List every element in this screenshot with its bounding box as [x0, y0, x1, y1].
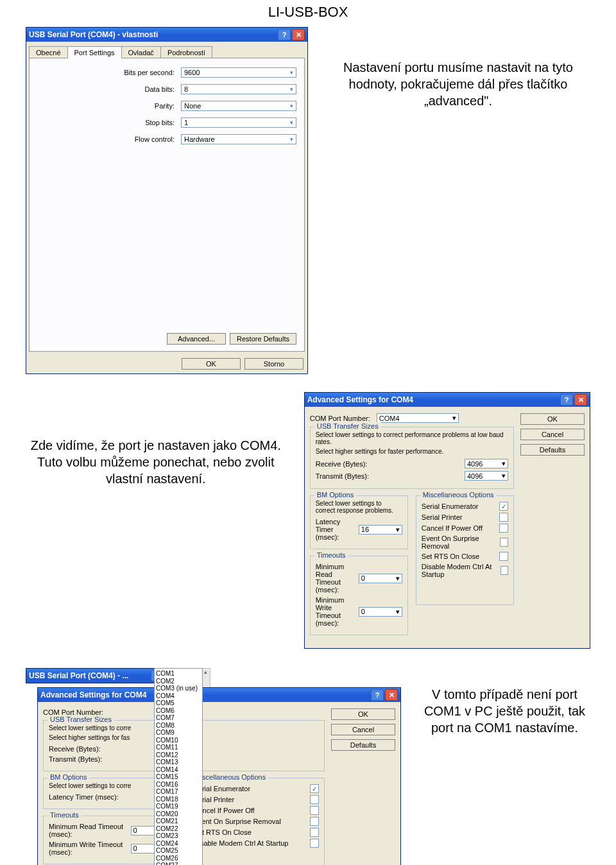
serial-enum-checkbox[interactable]: ✓ — [310, 784, 319, 793]
chevron-down-icon: ▾ — [502, 459, 506, 468]
parity-label: Parity: — [155, 102, 175, 110]
com-port-option[interactable]: COM27 — [156, 862, 201, 865]
disable-modem-checkbox[interactable] — [310, 839, 319, 848]
min-write-label: Minimum Write Timeout (msec): — [316, 596, 359, 627]
bits-per-second-select[interactable]: 9600▾ — [181, 67, 296, 78]
ok-button[interactable]: OK — [520, 413, 585, 425]
min-write-label: Minimum Write Timeout (msec): — [49, 841, 131, 856]
help-icon[interactable]: ? — [560, 394, 573, 406]
close-icon[interactable]: ✕ — [574, 394, 587, 406]
cancel-button[interactable]: Cancel — [520, 429, 585, 440]
event-surprise-label: Event On Surprise Removal — [422, 535, 500, 550]
restore-defaults-button[interactable]: Restore Defaults — [230, 333, 296, 345]
cancel-button[interactable]: Storno — [244, 358, 304, 370]
disable-modem-label: Disable Modem Ctrl At Startup — [194, 839, 289, 847]
com-port-option[interactable]: COM21 — [156, 818, 201, 825]
com-port-option[interactable]: COM14 — [156, 766, 201, 774]
data-bits-select[interactable]: 8▾ — [181, 84, 296, 94]
port-settings-dialog: USB Serial Port (COM4) - vlastnosti ? ✕ … — [26, 27, 308, 374]
close-icon[interactable]: ✕ — [292, 29, 305, 40]
cancel-poweroff-checkbox[interactable] — [310, 806, 319, 815]
usb-transfer-group: USB Transfer Sizes — [47, 715, 114, 723]
com-port-option[interactable]: COM1 — [156, 670, 201, 678]
defaults-button[interactable]: Defaults — [331, 739, 395, 751]
event-surprise-checkbox[interactable] — [310, 817, 319, 826]
com-port-option[interactable]: COM22 — [156, 825, 201, 833]
stop-bits-label: Stop bits: — [145, 119, 175, 126]
tab-podrobnosti[interactable]: Podrobnosti — [160, 46, 212, 58]
com-port-option[interactable]: COM8 — [156, 722, 201, 730]
transmit-label: Transmit (Bytes): — [316, 472, 465, 480]
com-port-option[interactable]: COM12 — [156, 751, 201, 759]
min-write-select[interactable]: 0▾ — [359, 607, 402, 617]
cancel-poweroff-checkbox[interactable] — [499, 524, 508, 533]
disable-modem-checkbox[interactable] — [501, 566, 508, 575]
cancel-button[interactable]: Cancel — [331, 724, 395, 735]
com-port-option[interactable]: COM10 — [156, 737, 201, 744]
com-port-select[interactable]: COM4▾ — [377, 413, 459, 423]
serial-printer-label: Serial Printer — [422, 513, 463, 521]
paragraph-2b: Tuto volbu můžeme ponechat, nebo zvolit … — [26, 454, 286, 487]
chevron-down-icon: ▾ — [452, 414, 456, 422]
set-rts-checkbox[interactable] — [310, 828, 319, 837]
stacked-dialogs: USB Serial Port (COM4) - ...?✕ COM1COM2C… — [26, 667, 401, 865]
com-port-option[interactable]: COM25 — [156, 847, 201, 855]
transmit-select[interactable]: 4096▾ — [465, 471, 508, 481]
com-port-option[interactable]: COM18 — [156, 796, 201, 803]
help-icon[interactable]: ? — [278, 29, 291, 40]
set-rts-checkbox[interactable] — [499, 552, 508, 561]
com-port-option[interactable]: COM11 — [156, 744, 201, 751]
com-port-option[interactable]: COM4 — [156, 692, 201, 700]
data-bits-label: Data bits: — [145, 85, 175, 93]
misc-options-group: Miscellaneous Options — [193, 773, 269, 781]
close-icon[interactable]: ✕ — [385, 689, 398, 701]
com-port-option[interactable]: COM13 — [156, 758, 201, 766]
serial-printer-checkbox[interactable] — [310, 795, 319, 804]
latency-select[interactable]: 16▾ — [359, 525, 402, 535]
serial-printer-checkbox[interactable] — [499, 513, 508, 522]
stop-bits-select[interactable]: 1▾ — [181, 117, 296, 128]
com-port-dropdown-list[interactable]: COM1COM2COM3 (in use)COM4COM5COM6COM7COM… — [154, 668, 203, 865]
chevron-down-icon: ▾ — [502, 472, 506, 480]
tab-ovladac[interactable]: Ovladač — [121, 46, 161, 58]
event-surprise-checkbox[interactable] — [500, 538, 508, 547]
com-port-option[interactable]: COM9 — [156, 729, 201, 737]
com-port-option[interactable]: COM15 — [156, 773, 201, 781]
com-port-option[interactable]: COM2 — [156, 678, 201, 685]
com-port-option[interactable]: COM16 — [156, 781, 201, 789]
ok-button[interactable]: OK — [182, 358, 241, 370]
min-read-select[interactable]: 0▾ — [359, 574, 402, 583]
com-port-option[interactable]: COM6 — [156, 707, 201, 715]
com-port-option[interactable]: COM5 — [156, 699, 201, 707]
disable-modem-label: Disable Modem Ctrl At Startup — [422, 563, 501, 578]
chevron-down-icon: ▾ — [290, 103, 293, 109]
com-port-option[interactable]: COM7 — [156, 714, 201, 722]
com-port-option[interactable]: COM24 — [156, 840, 201, 848]
serial-enum-label: Serial Enumerator — [422, 502, 479, 510]
advanced-button[interactable]: Advanced... — [167, 333, 226, 345]
com-port-option[interactable]: COM26 — [156, 855, 201, 862]
window-title: Advanced Settings for COM4 — [307, 395, 413, 404]
receive-select[interactable]: 4096▾ — [465, 459, 508, 468]
tab-port-settings[interactable]: Port Settings — [67, 46, 122, 58]
defaults-button[interactable]: Defaults — [520, 444, 585, 456]
flow-control-select[interactable]: Hardware▾ — [181, 134, 296, 144]
com-port-option[interactable]: COM23 — [156, 832, 201, 840]
paragraph-3: V tomto případě není port COM1 v PC ješt… — [419, 686, 590, 736]
help-icon[interactable]: ? — [371, 689, 384, 701]
chevron-down-icon: ▾ — [396, 526, 400, 534]
timeouts-group: Timeouts — [314, 551, 348, 559]
set-rts-label: Set RTS On Close — [422, 552, 479, 560]
parity-select[interactable]: None▾ — [181, 101, 296, 111]
serial-enum-checkbox[interactable]: ✓ — [499, 502, 508, 511]
chevron-down-icon: ▾ — [396, 608, 400, 616]
com-port-option[interactable]: COM19 — [156, 803, 201, 810]
cancel-poweroff-label: Cancel If Power Off — [422, 524, 483, 532]
com-port-option[interactable]: COM3 (in use) — [156, 685, 201, 692]
event-surprise-label: Event On Surprise Removal — [194, 818, 281, 825]
com-port-option[interactable]: COM20 — [156, 810, 201, 818]
min-read-label: Minimum Read Timeout (msec): — [49, 823, 131, 838]
tab-obecne[interactable]: Obecné — [29, 46, 68, 58]
ok-button[interactable]: OK — [331, 708, 395, 720]
com-port-option[interactable]: COM17 — [156, 788, 201, 796]
